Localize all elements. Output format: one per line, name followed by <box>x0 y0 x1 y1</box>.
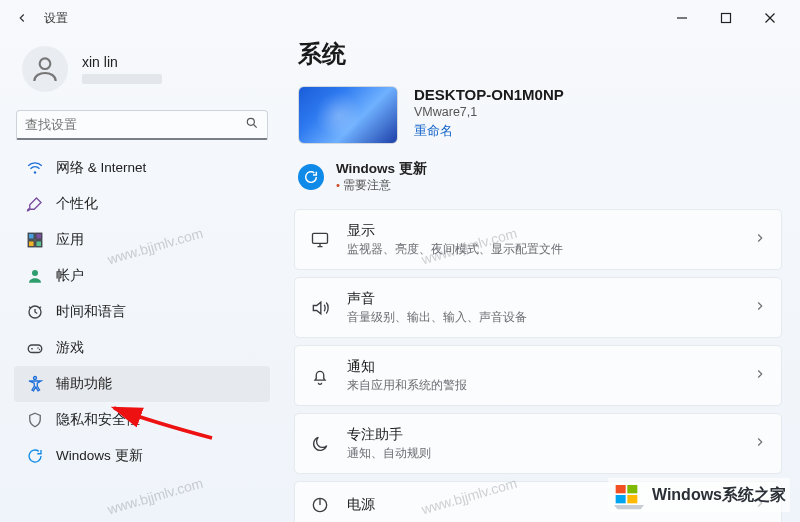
svg-point-4 <box>40 58 51 69</box>
avatar <box>22 46 68 92</box>
svg-rect-10 <box>28 241 34 247</box>
update-sub: 需要注意 <box>336 178 427 193</box>
svg-point-5 <box>247 118 254 125</box>
svg-rect-23 <box>616 495 626 503</box>
svg-rect-9 <box>36 233 42 239</box>
sidebar-item-label: 帐户 <box>56 267 84 285</box>
svg-line-6 <box>254 124 257 127</box>
moon-icon <box>309 433 331 455</box>
close-button[interactable] <box>748 4 792 32</box>
clock-icon <box>26 303 44 321</box>
game-icon <box>26 339 44 357</box>
power-icon <box>309 494 331 516</box>
card-title: 专注助手 <box>347 426 737 444</box>
apps-icon <box>26 231 44 249</box>
page-title: 系统 <box>298 38 782 70</box>
svg-point-17 <box>34 377 37 380</box>
card-focus[interactable]: 专注助手通知、自动规则 <box>294 413 782 474</box>
monitor-icon <box>309 229 331 251</box>
search-box[interactable] <box>16 110 268 140</box>
access-icon <box>26 375 44 393</box>
sidebar-item-time[interactable]: 时间和语言 <box>14 294 270 330</box>
device-thumbnail <box>298 86 398 144</box>
sidebar-item-update[interactable]: Windows 更新 <box>14 438 270 474</box>
svg-rect-18 <box>313 233 328 243</box>
main-content: 系统 DESKTOP-ON1M0NP VMware7,1 重命名 Windows… <box>284 36 800 522</box>
svg-rect-14 <box>28 345 42 353</box>
device-block: DESKTOP-ON1M0NP VMware7,1 重命名 <box>294 86 782 144</box>
titlebar: 设置 <box>0 0 800 36</box>
card-sub: 来自应用和系统的警报 <box>347 378 737 393</box>
sidebar-item-label: 个性化 <box>56 195 98 213</box>
svg-point-16 <box>39 349 41 351</box>
chevron-right-icon <box>753 299 767 317</box>
brush-icon <box>26 195 44 213</box>
sync-icon <box>26 447 44 465</box>
card-sound[interactable]: 声音音量级别、输出、输入、声音设备 <box>294 277 782 338</box>
card-sub: 通知、自动规则 <box>347 446 737 461</box>
card-display[interactable]: 显示监视器、亮度、夜间模式、显示配置文件 <box>294 209 782 270</box>
chevron-right-icon <box>753 367 767 385</box>
sidebar-item-label: 隐私和安全性 <box>56 411 140 429</box>
bell-icon <box>309 365 331 387</box>
rename-link[interactable]: 重命名 <box>414 123 564 140</box>
sidebar-item-label: 网络 & Internet <box>56 159 146 177</box>
chevron-right-icon <box>753 231 767 249</box>
maximize-button[interactable] <box>704 4 748 32</box>
update-title: Windows 更新 <box>336 160 427 178</box>
svg-rect-21 <box>616 485 626 493</box>
brand-text: Windows系统之家 <box>652 485 786 506</box>
device-model: VMware7,1 <box>414 105 564 119</box>
wifi-icon <box>26 159 44 177</box>
svg-point-12 <box>32 270 38 276</box>
user-block[interactable]: xin lin <box>14 36 270 106</box>
brand-badge: Windows系统之家 <box>608 478 790 512</box>
sidebar-item-accessibility[interactable]: 辅助功能 <box>14 366 270 402</box>
svg-rect-22 <box>627 485 637 493</box>
card-title: 声音 <box>347 290 737 308</box>
window-title: 设置 <box>44 10 68 27</box>
sidebar-item-label: 辅助功能 <box>56 375 112 393</box>
nav-list: 网络 & Internet个性化应用帐户时间和语言游戏辅助功能隐私和安全性Win… <box>14 150 270 514</box>
svg-rect-24 <box>627 495 637 503</box>
search-icon <box>245 116 259 134</box>
person-icon <box>26 267 44 285</box>
card-sub: 监视器、亮度、夜间模式、显示配置文件 <box>347 242 737 257</box>
sidebar-item-label: Windows 更新 <box>56 447 143 465</box>
speaker-icon <box>309 297 331 319</box>
back-button[interactable] <box>8 4 36 32</box>
sidebar-item-label: 应用 <box>56 231 84 249</box>
device-name: DESKTOP-ON1M0NP <box>414 86 564 103</box>
sidebar: xin lin 网络 & Internet个性化应用帐户时间和语言游戏辅助功能隐… <box>0 36 284 522</box>
svg-rect-8 <box>28 233 34 239</box>
card-notif[interactable]: 通知来自应用和系统的警报 <box>294 345 782 406</box>
svg-rect-11 <box>36 241 42 247</box>
chevron-right-icon <box>753 435 767 453</box>
sidebar-item-network[interactable]: 网络 & Internet <box>14 150 270 186</box>
windows-update-row[interactable]: Windows 更新 需要注意 <box>294 156 782 209</box>
sidebar-item-gaming[interactable]: 游戏 <box>14 330 270 366</box>
shield-icon <box>26 411 44 429</box>
card-title: 通知 <box>347 358 737 376</box>
svg-point-15 <box>37 347 39 349</box>
user-name: xin lin <box>82 54 162 70</box>
user-subline <box>82 74 162 84</box>
svg-point-7 <box>34 171 36 173</box>
sidebar-item-privacy[interactable]: 隐私和安全性 <box>14 402 270 438</box>
card-sub: 音量级别、输出、输入、声音设备 <box>347 310 737 325</box>
windows-logo-icon <box>612 480 646 510</box>
sidebar-item-accounts[interactable]: 帐户 <box>14 258 270 294</box>
sidebar-item-personalize[interactable]: 个性化 <box>14 186 270 222</box>
minimize-button[interactable] <box>660 4 704 32</box>
sidebar-item-label: 游戏 <box>56 339 84 357</box>
search-input[interactable] <box>25 117 245 132</box>
sync-icon <box>298 164 324 190</box>
card-title: 显示 <box>347 222 737 240</box>
svg-rect-1 <box>722 14 731 23</box>
sidebar-item-label: 时间和语言 <box>56 303 126 321</box>
